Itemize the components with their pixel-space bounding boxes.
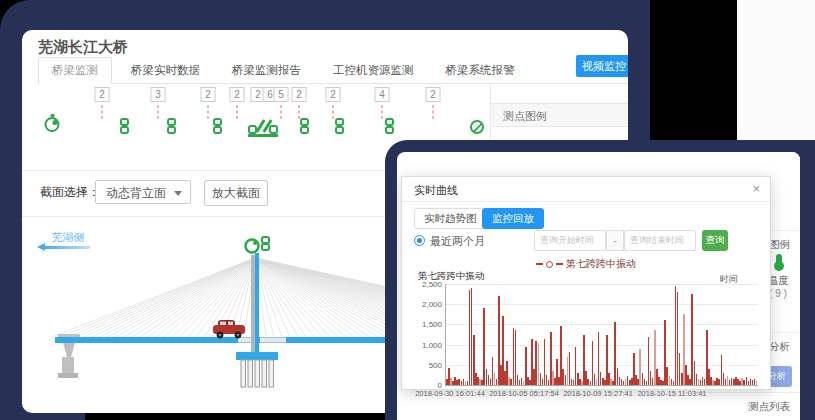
x-tick-label: 2018-10-15 11:03:41 bbox=[627, 389, 717, 398]
tab-realtime-trend[interactable]: 实时趋势图 bbox=[414, 208, 487, 229]
bridge-pier bbox=[236, 352, 278, 387]
main-tab-bar: 桥梁监测桥梁实时数据桥梁监测报告工控机资源监测桥梁系统报警 bbox=[38, 57, 628, 84]
vibration-chart: 2,5002,0001,5001,00050002018-09-30 16:01… bbox=[445, 284, 758, 386]
y-tick-label: 2,000 bbox=[422, 300, 442, 309]
point-legend-header: 测点图例 bbox=[491, 103, 628, 127]
y-tick-label: 1,500 bbox=[422, 320, 442, 329]
sensor-dashed-line bbox=[433, 105, 434, 119]
end-time-placeholder: 查询结束时间 bbox=[625, 231, 695, 250]
x-axis-label: 时间 bbox=[720, 273, 738, 286]
sensor-count-badge: 2 bbox=[426, 87, 441, 102]
chain-icon[interactable] bbox=[167, 118, 177, 134]
y-tick-label: 500 bbox=[429, 361, 442, 370]
chevron-down-icon bbox=[174, 191, 182, 196]
sensor-count-badge: 2 bbox=[326, 87, 341, 102]
sensor-count-badge: 3 bbox=[151, 87, 166, 102]
bridge-tower bbox=[251, 253, 259, 355]
sensor-dashed-line bbox=[299, 105, 300, 119]
date-range-separator: - bbox=[606, 230, 624, 251]
chain-icon[interactable] bbox=[120, 118, 130, 134]
page-title: 芜湖长江大桥 bbox=[38, 38, 128, 57]
chain-icon[interactable] bbox=[385, 118, 395, 134]
end-time-input[interactable]: 查询结束时间 bbox=[624, 230, 696, 251]
start-time-placeholder: 查询开始时间 bbox=[535, 231, 605, 250]
main-tab-3[interactable]: 工控机资源监测 bbox=[320, 58, 427, 83]
gridline bbox=[446, 345, 758, 346]
start-time-input[interactable]: 查询开始时间 bbox=[534, 230, 606, 251]
sensor-dashed-line bbox=[208, 105, 209, 119]
chart-legend[interactable]: 第七跨跨中振动 bbox=[402, 257, 770, 271]
gridline bbox=[446, 324, 758, 325]
section-select-label: 截面选择： bbox=[40, 184, 100, 201]
sensor-dashed-line bbox=[237, 105, 238, 119]
chain-icon[interactable] bbox=[300, 118, 310, 134]
background-window-sliver bbox=[737, 0, 815, 155]
legend-marker bbox=[536, 263, 543, 265]
sensor-count-badge: 2 bbox=[201, 87, 216, 102]
legend-series-label: 第七跨跨中振动 bbox=[566, 257, 636, 271]
legend-marker bbox=[556, 263, 563, 265]
screen: 芜湖长江大桥 桥梁监测桥梁实时数据桥梁监测报告工控机资源监测桥梁系统报警 视频监… bbox=[0, 0, 815, 420]
main-tab-1[interactable]: 桥梁实时数据 bbox=[118, 58, 213, 83]
sensor-dashed-line bbox=[281, 105, 282, 119]
sensor-count-badge: 4 bbox=[375, 87, 390, 102]
side-legend-header: 图例 bbox=[769, 238, 790, 252]
y-tick-label: 2,500 bbox=[422, 280, 442, 289]
main-tab-4[interactable]: 桥梁系统报警 bbox=[433, 58, 528, 83]
prohibited-icon[interactable] bbox=[470, 120, 484, 134]
gridline bbox=[446, 304, 758, 305]
sensor-dashed-line bbox=[382, 105, 383, 119]
chain-icon[interactable] bbox=[213, 118, 223, 134]
sensor-count-badge: 2 bbox=[95, 87, 110, 102]
sensor-dashed-line bbox=[333, 105, 334, 119]
thermometer-icon bbox=[776, 254, 782, 267]
section-select-value: 动态背立面 bbox=[106, 186, 166, 200]
sensor-count-badge: 2 bbox=[230, 87, 245, 102]
query-button[interactable]: 查询 bbox=[702, 230, 728, 251]
radio-last-two-months[interactable] bbox=[414, 235, 425, 246]
sensor-count-badge: 2 bbox=[292, 87, 307, 102]
truss-icon[interactable] bbox=[248, 118, 278, 137]
gauge-icon[interactable] bbox=[45, 117, 60, 132]
section-select-dropdown[interactable]: 动态背立面 bbox=[95, 180, 191, 204]
sensor-count-badge: 5 bbox=[274, 87, 289, 102]
dialog-title: 实时曲线 bbox=[414, 183, 458, 198]
dialog-header: 实时曲线 × bbox=[402, 177, 770, 202]
enlarge-section-button[interactable]: 放大截面 bbox=[204, 180, 268, 206]
legend-marker-ring bbox=[546, 261, 553, 268]
radio-label: 最近两个月 bbox=[430, 234, 485, 249]
dialog-window-frame: 图例 温度 ( 9 ) 对比分析 对比分析 测点列表 实时曲线 × 实时趋势图 … bbox=[385, 140, 815, 420]
tab-monitor-playback[interactable]: 监控回放 bbox=[482, 208, 544, 229]
sensor-dashed-line bbox=[158, 105, 159, 119]
gridline bbox=[446, 284, 758, 285]
sensor-dashed-line bbox=[102, 105, 103, 119]
vibration-bar bbox=[756, 381, 758, 385]
y-tick-label: 1,000 bbox=[422, 341, 442, 350]
realtime-curve-dialog: 实时曲线 × 实时趋势图 监控回放 最近两个月 查询开始时间 - 查询结束时间 … bbox=[401, 176, 771, 390]
tower-sensor-icons bbox=[246, 237, 270, 253]
close-icon[interactable]: × bbox=[752, 181, 760, 196]
main-tab-0[interactable]: 桥梁监测 bbox=[38, 57, 112, 84]
dialog-window: 图例 温度 ( 9 ) 对比分析 对比分析 测点列表 实时曲线 × 实时趋势图 … bbox=[397, 152, 800, 420]
point-list-header: 测点列表 bbox=[748, 400, 790, 414]
video-monitor-button[interactable]: 视频监控 bbox=[576, 55, 628, 77]
main-tab-2[interactable]: 桥梁监测报告 bbox=[219, 58, 314, 83]
car bbox=[213, 320, 245, 338]
chain-icon[interactable] bbox=[335, 118, 345, 134]
